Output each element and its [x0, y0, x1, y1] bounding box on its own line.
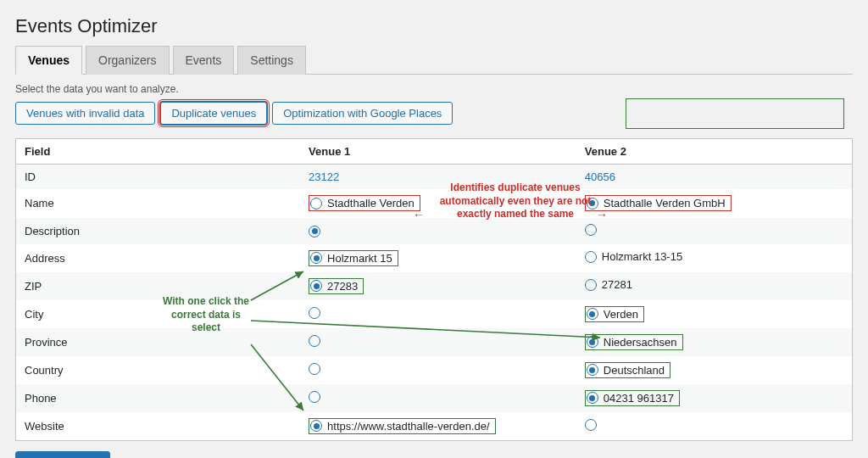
svg-line-1	[251, 321, 600, 338]
svg-line-0	[251, 271, 303, 300]
svg-line-2	[251, 344, 303, 411]
green-arrows-svg	[15, 15, 868, 458]
